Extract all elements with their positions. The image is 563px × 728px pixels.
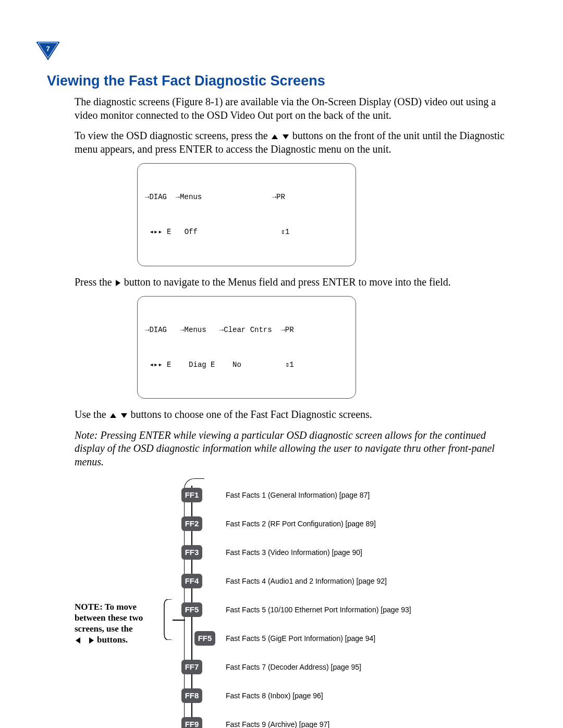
ff-node: FF1 [181, 488, 202, 502]
text: NOTE: To move between these two screens,… [75, 602, 143, 634]
lcd-display-2: →DIAG →Menus →Clear Cntrs →PR ◂▸▸ E Diag… [137, 296, 356, 399]
ff-label: Fast Facts 5 (10/100 Ethernet Port Infor… [226, 602, 411, 617]
up-arrow-icon [110, 413, 116, 418]
right-arrow-icon [89, 637, 94, 644]
fast-fact-diagram: NOTE: To move between these two screens,… [75, 478, 516, 728]
lcd-line: →DIAG →Menus →Clear Cntrs →PR [145, 324, 348, 336]
document-page: 7 Viewing the Fast Fact Diagnostic Scree… [0, 0, 563, 728]
ff-label: Fast Facts 3 (Video Information) [page 9… [226, 545, 362, 560]
chapter-badge: 7 [36, 42, 59, 63]
ff-label: Fast Facts 8 (Inbox) [page 96] [226, 688, 323, 703]
right-arrow-icon [116, 280, 120, 286]
text: buttons. [97, 635, 128, 645]
ff-node: FF5 [194, 631, 215, 646]
down-arrow-icon [283, 134, 289, 139]
text: button to navigate to the Menus field an… [124, 276, 451, 288]
lcd-line: ◂▸▸ E Off ⇕1 [145, 226, 348, 238]
diagram-side-note: NOTE: To move between these two screens,… [75, 601, 163, 646]
paragraph-intro: The diagnostic screens (Figure 8-1) are … [75, 95, 516, 122]
ff-label: Fast Facts 2 (RF Port Configuration) [pa… [226, 516, 376, 531]
ff-label: Fast Facts 5 (GigE Port Information) [pa… [226, 631, 375, 646]
paragraph-osd-nav: To view the OSD diagnostic screens, pres… [75, 129, 516, 156]
note-paragraph: Note: Pressing ENTER while viewing a par… [75, 429, 516, 469]
ff-label: Fast Facts 7 (Decoder Address) [page 95] [226, 660, 361, 674]
bracket-icon [163, 599, 173, 640]
ff-label: Fast Facts 4 (Audio1 and 2 Information) … [226, 574, 387, 588]
ff-node: FF3 [181, 545, 202, 560]
ff-label: Fast Facts 1 (General Information) [page… [226, 488, 370, 502]
ff-node: FF2 [181, 516, 202, 531]
text: To view the OSD diagnostic screens, pres… [75, 130, 271, 141]
bracket-connector [173, 620, 185, 621]
text: Use the [75, 409, 109, 420]
ff-label: Fast Facts 9 (Archive) [page 97] [226, 717, 329, 728]
down-arrow-icon [121, 413, 127, 418]
ff-node: FF8 [181, 688, 202, 703]
ff-node: FF7 [181, 660, 202, 674]
text: Press the [75, 276, 115, 288]
paragraph-menus-nav: Press the button to navigate to the Menu… [75, 276, 516, 289]
left-arrow-icon [76, 637, 80, 644]
up-arrow-icon [272, 134, 278, 139]
lcd-display-1: →DIAG →Menus →PR ◂▸▸ E Off ⇕1 [137, 163, 356, 266]
text: buttons to choose one of the Fast Fact D… [131, 409, 372, 420]
page-title: Viewing the Fast Fact Diagnostic Screens [47, 73, 516, 89]
lcd-line: ◂▸▸ E Diag E No ⇕1 [145, 359, 348, 371]
lcd-line: →DIAG →Menus →PR [145, 191, 348, 203]
ff-node: FF4 [181, 574, 202, 588]
paragraph-choose-screen: Use the buttons to choose one of the Fas… [75, 408, 516, 422]
chapter-number: 7 [36, 45, 59, 53]
ff-node: FF5 [181, 602, 202, 617]
ff-node: FF9 [181, 717, 202, 728]
